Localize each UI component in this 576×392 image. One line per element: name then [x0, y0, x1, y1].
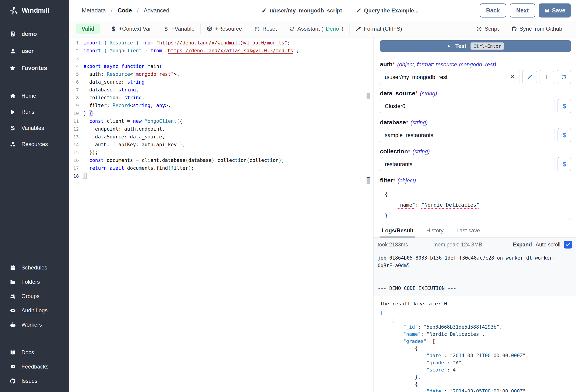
toolbar-button-script[interactable]: Script [476, 26, 499, 32]
workspace-logo-row[interactable]: Windmill [0, 0, 69, 21]
auth-input[interactable]: u/user/my_mongodb_rest✕ [380, 70, 520, 84]
filter-json-line: "name": "Nordic Delicacies" [385, 199, 566, 210]
add-resource-button[interactable]: + [540, 70, 554, 84]
run-preview-panel: Test Ctrl+Enter auth*(object, format: re… [373, 37, 576, 392]
sidebar-item-user[interactable]: user [0, 44, 69, 57]
sidebar-item-label: Home [21, 93, 36, 99]
robot-icon [10, 322, 16, 328]
database-insert-variable-button[interactable]: $ [558, 128, 571, 142]
line-number: 10 [69, 111, 84, 116]
code-line: 16 const documents = client.database(dat… [69, 156, 373, 164]
tab-last-save[interactable]: Last save [455, 225, 482, 237]
field-type-note: (string) [411, 119, 428, 126]
github-icon [511, 26, 517, 32]
toolbar-left: Valid $+Context Var$+Variable+ResourceRe… [76, 21, 408, 37]
code-line: 1import { Resource } from "https://deno.… [69, 39, 373, 47]
sidebar: Windmill demouserFavoritesHomeRuns$Varia… [0, 0, 69, 392]
toolbar-button-format-ctrl-s[interactable]: Format (Ctrl+S) [349, 21, 408, 37]
collection-field-label: collection*(string) [380, 148, 571, 155]
collection-value: restaurants [385, 161, 412, 168]
code-text: return await documents.find(filter); [84, 165, 194, 171]
code-text: dataSource: data_source, [84, 134, 165, 140]
toolbar-accent-label: Deno [326, 26, 339, 32]
expand-button[interactable]: Expand [513, 242, 532, 248]
sidebar-item-feedbacks[interactable]: Feedbacks [0, 360, 69, 373]
sidebar-item-docs[interactable]: Docs [0, 346, 69, 359]
github-icon [10, 378, 16, 384]
code-lines: 1import { Resource } from "https://deno.… [69, 39, 373, 180]
editor-scrollbar-thumb[interactable] [367, 93, 370, 99]
sidebar-item-issues[interactable]: Issues [0, 374, 69, 388]
toolbar-button-reset[interactable]: Reset [248, 21, 283, 37]
tab-history[interactable]: History [425, 225, 445, 237]
code-line: 7 database: string, [69, 86, 373, 94]
script-path-chip[interactable]: u/user/my_mongodb_script [261, 7, 342, 14]
breadcrumb-item-metadata[interactable]: Metadata [82, 7, 106, 14]
sidebar-item-home[interactable]: Home [0, 89, 69, 103]
field-name: database [380, 119, 406, 126]
code-text: const documents = client.database(databa… [84, 158, 284, 163]
toolbar-button-sync-from-github[interactable]: Sync from Github [511, 26, 562, 32]
sidebar-item-resources[interactable]: Resources [0, 138, 69, 151]
toolbar-button-label: Assistant ( [297, 26, 323, 32]
editor-toolbar: Valid $+Context Var$+Variable+ResourceRe… [69, 21, 576, 37]
run-mem-peak: mem peak: 124.3MB [433, 242, 482, 248]
result-intro-text: The result keys are: [380, 301, 444, 307]
sidebar-item-schedules[interactable]: Schedules [0, 261, 69, 274]
sidebar-item-label: user [21, 48, 34, 54]
result-json-line: { [380, 345, 571, 352]
autoscroll-checkbox[interactable] [564, 241, 572, 249]
play-icon [447, 44, 451, 48]
code-text: auth: Resource<"mongodb_rest">, [84, 71, 179, 77]
target-icon [476, 26, 482, 32]
sidebar-sections: demouserFavoritesHomeRuns$VariablesResou… [0, 21, 69, 388]
sidebar-item-groups[interactable]: Groups [0, 289, 69, 303]
sidebar-item-folders[interactable]: Folders [0, 275, 69, 289]
sidebar-item-label: Resources [21, 141, 48, 147]
toolbar-button-assistant[interactable]: Assistant (Deno) [283, 21, 349, 37]
sidebar-item-variables[interactable]: $Variables [0, 121, 69, 135]
sidebar-item-workers[interactable]: Workers [0, 318, 69, 332]
code-line: 17 return await documents.find(filter); [69, 164, 373, 172]
sidebar-item-demo[interactable]: demo [0, 27, 69, 41]
sidebar-item-favorites[interactable]: Favorites [0, 61, 69, 75]
line-number: 7 [69, 87, 84, 93]
field-type-note: (object) [398, 177, 416, 184]
refresh-resource-button[interactable] [557, 70, 571, 84]
clear-icon[interactable]: ✕ [510, 74, 515, 81]
script-path-group: u/user/my_mongodb_script Query the Examp… [261, 0, 419, 21]
required-asterisk: * [393, 177, 395, 184]
save-button[interactable]: Save [539, 3, 571, 18]
reset-icon [254, 26, 260, 32]
breadcrumb-item-code[interactable]: Code [117, 7, 132, 14]
line-number: 1 [69, 40, 84, 46]
back-button[interactable]: Back [480, 3, 506, 18]
data_source-value: Cluster0 [385, 103, 405, 110]
code-text: data_source: string, [84, 79, 147, 85]
sidebar-item-audit-logs[interactable]: Audit Logs [0, 304, 69, 317]
collection-input[interactable]: restaurants [380, 157, 555, 171]
edit-resource-button[interactable] [522, 70, 537, 84]
next-button[interactable]: Next [510, 3, 535, 18]
breadcrumb-item-advanced[interactable]: Advanced [144, 7, 169, 14]
data_source-input[interactable]: Cluster0 [380, 99, 555, 113]
code-text: collection: string, [84, 95, 145, 100]
editor-scrollbar-thumb[interactable] [367, 178, 370, 184]
dollar-icon: $ [562, 103, 566, 110]
result-json-line: "grade": "A", [380, 359, 571, 366]
collection-insert-variable-button[interactable]: $ [558, 157, 571, 171]
required-asterisk: * [408, 148, 410, 155]
toolbar-button-resource[interactable]: +Resource [201, 21, 248, 37]
script-summary-chip[interactable]: Query the Example... [356, 7, 419, 14]
toolbar-button-context-var[interactable]: $+Context Var [105, 21, 157, 37]
code-editor[interactable]: 1import { Resource } from "https://deno.… [69, 37, 373, 392]
toolbar-button-variable[interactable]: $+Variable [157, 21, 201, 37]
tab-logs-result[interactable]: Logs/Result [380, 225, 415, 237]
filter-json-editor[interactable]: { "name": "Nordic Delicacies"} [380, 186, 571, 220]
line-number: 11 [69, 118, 84, 124]
code-text: endpoint: auth.endpoint, [84, 126, 165, 132]
sidebar-item-runs[interactable]: Runs [0, 105, 69, 119]
test-button[interactable]: Test Ctrl+Enter [380, 40, 571, 52]
data_source-insert-variable-button[interactable]: $ [558, 99, 571, 113]
database-input[interactable]: sample_restaurants [380, 128, 555, 142]
